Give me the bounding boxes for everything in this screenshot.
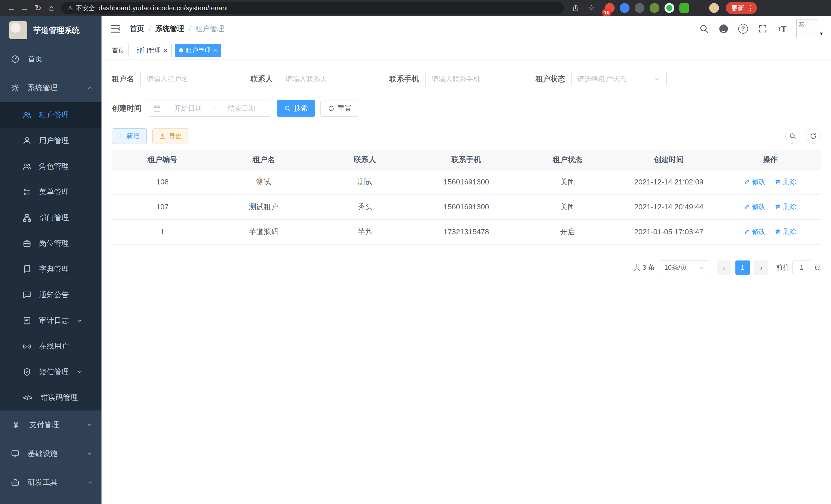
active-dot xyxy=(179,48,183,52)
main-area: 首页 / 系统管理 / 租户管理 ? тT ▾ xyxy=(102,16,831,504)
close-icon[interactable]: × xyxy=(164,47,167,54)
trash-icon xyxy=(775,204,781,210)
menu-list-icon xyxy=(23,188,31,197)
share-icon[interactable] xyxy=(569,2,582,14)
chrome-update-button[interactable]: 更新 ⋮ xyxy=(726,2,757,14)
extension-icon[interactable] xyxy=(664,3,674,13)
sidebar-item-audit-log[interactable]: 审计日志 xyxy=(0,308,102,333)
edit-link[interactable]: 修改 xyxy=(744,227,766,236)
add-button[interactable]: + 新增 xyxy=(112,128,147,144)
refresh-table-button[interactable] xyxy=(806,129,821,144)
tab-tenant[interactable]: 租户管理 × xyxy=(175,44,221,57)
navbar: 首页 / 系统管理 / 租户管理 ? тT ▾ xyxy=(102,16,831,41)
address-bar[interactable]: ⚠ 不安全 dashboard.yudao.iocoder.cn/system/… xyxy=(61,2,564,14)
browser-toolbar: ← → ↻ ⌂ ⚠ 不安全 dashboard.yudao.iocoder.cn… xyxy=(0,0,831,16)
edit-link[interactable]: 修改 xyxy=(744,177,766,186)
goto-page-input[interactable] xyxy=(793,261,811,275)
url-text: dashboard.yudao.iocoder.cn/system/tenant xyxy=(98,4,228,12)
extension-icon[interactable] xyxy=(650,3,659,13)
reset-button[interactable]: 重置 xyxy=(320,100,359,117)
breadcrumb-current: 租户管理 xyxy=(196,24,224,34)
status-label: 租户状态 xyxy=(536,74,565,84)
message-icon xyxy=(23,291,31,299)
export-button[interactable]: 导出 xyxy=(152,128,190,144)
page-number-button[interactable]: 1 xyxy=(736,261,750,275)
extension-icon[interactable] xyxy=(635,3,644,13)
delete-link[interactable]: 删除 xyxy=(775,227,796,236)
sidebar-item-devtools[interactable]: 研发工具 xyxy=(0,468,102,497)
sidebar-item-role[interactable]: 角色管理 xyxy=(0,154,102,179)
extension-icon[interactable] xyxy=(709,3,719,13)
sidebar-item-menu[interactable]: 菜单管理 xyxy=(0,179,102,205)
extension-icon[interactable]: 10 xyxy=(605,3,614,13)
fullscreen-icon[interactable] xyxy=(757,23,768,34)
edit-link[interactable]: 修改 xyxy=(744,202,766,211)
goto-label: 前往 xyxy=(776,263,790,272)
sidebar-item-sms[interactable]: 短信管理 xyxy=(0,359,102,385)
extension-icon[interactable] xyxy=(620,3,630,13)
forward-icon[interactable]: → xyxy=(18,2,31,14)
filter-row-1: 租户名 联系人 联系手机 租户状态 请选择租户状态 xyxy=(112,71,821,87)
sidebar-item-home[interactable]: 首页 xyxy=(0,45,102,73)
people-icon xyxy=(23,111,31,119)
toolbox-icon xyxy=(11,478,20,487)
pencil-icon xyxy=(744,229,750,235)
prev-page-button[interactable]: ‹ xyxy=(717,261,731,275)
sidebar-item-dict[interactable]: 字典管理 xyxy=(0,256,102,282)
search-button[interactable]: 搜索 xyxy=(277,100,315,117)
reload-icon[interactable]: ↻ xyxy=(31,2,45,14)
sidebar-item-user[interactable]: 用户管理 xyxy=(0,128,102,154)
table-row: 107 测试租户 秃头 15601691300 关闭 2021-12-14 20… xyxy=(112,195,821,219)
extension-icon[interactable] xyxy=(679,3,689,13)
delete-link[interactable]: 删除 xyxy=(775,177,796,186)
tenant-table: 租户编号 租户名 联系人 联系手机 租户状态 创建时间 操作 108 测试 测试… xyxy=(112,150,821,244)
app-logo-row[interactable]: 芋道管理系统 xyxy=(0,16,102,45)
sidebar-item-tenant[interactable]: 租户管理 xyxy=(0,102,102,128)
phone-input[interactable] xyxy=(425,71,524,87)
sidebar-item-post[interactable]: 岗位管理 xyxy=(0,231,102,256)
tenant-name-input[interactable] xyxy=(140,71,239,87)
user-avatar-menu[interactable]: ▾ xyxy=(796,20,823,38)
contact-input[interactable] xyxy=(279,71,378,87)
breadcrumb-home[interactable]: 首页 xyxy=(130,24,144,34)
date-range-picker[interactable]: 开始日期 - 结束日期 xyxy=(148,100,271,117)
tab-dept[interactable]: 部门管理 × xyxy=(132,44,172,57)
chevron-down-icon xyxy=(77,318,83,324)
extensions-strip: 10 xyxy=(605,3,719,13)
close-icon[interactable]: × xyxy=(213,47,217,54)
sidebar-item-payment[interactable]: ¥ 支付管理 xyxy=(0,411,102,439)
breadcrumb-system[interactable]: 系统管理 xyxy=(155,24,184,34)
page-size-select[interactable]: 10条/页 xyxy=(660,261,709,275)
briefcase-icon xyxy=(23,239,31,248)
github-icon[interactable] xyxy=(718,23,729,34)
pagination: 共 3 条 10条/页 ‹ 1 › 前往 页 xyxy=(112,261,821,275)
col-phone: 联系手机 xyxy=(416,150,517,170)
col-tenant-name: 租户名 xyxy=(213,150,314,170)
sidebar-item-error-code[interactable]: </> 错误码管理 xyxy=(0,385,102,411)
trash-icon xyxy=(775,229,781,235)
sidebar-item-system[interactable]: 系统管理 xyxy=(0,73,102,102)
hamburger-icon[interactable] xyxy=(110,23,121,34)
security-warning[interactable]: ⚠ 不安全 xyxy=(67,4,95,12)
col-status: 租户状态 xyxy=(517,150,618,170)
extension-icon[interactable] xyxy=(694,3,704,13)
sidebar-item-dept[interactable]: 部门管理 xyxy=(0,205,102,231)
delete-link[interactable]: 删除 xyxy=(775,202,796,211)
status-select[interactable]: 请选择租户状态 xyxy=(571,71,666,87)
home-icon[interactable]: ⌂ xyxy=(45,2,58,14)
next-page-button[interactable]: › xyxy=(754,261,768,275)
sidebar-item-infra[interactable]: 基础设施 xyxy=(0,439,102,468)
toggle-search-button[interactable] xyxy=(785,129,800,144)
tab-home[interactable]: 首页 xyxy=(108,44,129,57)
font-size-icon[interactable]: тT xyxy=(777,23,787,34)
header-search-icon[interactable] xyxy=(699,23,710,34)
kebab-menu-icon[interactable]: ⋮ xyxy=(747,4,754,12)
chevron-up-icon xyxy=(87,85,93,91)
sidebar-item-online-user[interactable]: 在线用户 xyxy=(0,333,102,359)
help-icon[interactable]: ? xyxy=(738,23,748,34)
code-icon: </> xyxy=(23,394,33,402)
sidebar-item-notice[interactable]: 通知公告 xyxy=(0,282,102,308)
bookmark-star-icon[interactable]: ☆ xyxy=(585,2,598,14)
plus-icon: + xyxy=(119,132,123,140)
back-icon[interactable]: ← xyxy=(5,2,18,14)
